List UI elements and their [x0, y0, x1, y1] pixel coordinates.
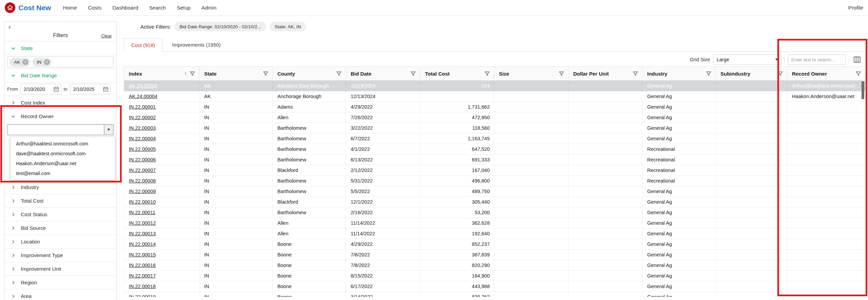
index-link[interactable]: AK.24.00003 [129, 83, 157, 89]
column-header-subindustry[interactable]: Subindustry [716, 67, 787, 80]
column-chooser-icon[interactable] [853, 56, 861, 63]
table-row[interactable]: IN.22.00004 IN Bartholomew 6/7/2022 1,16… [124, 133, 865, 144]
index-link[interactable]: IN.22.00012 [129, 220, 156, 226]
index-link[interactable]: IN.22.00005 [129, 146, 156, 152]
record-owner-input[interactable] [8, 125, 104, 135]
filter-section-area[interactable]: Area [4, 289, 117, 300]
table-row[interactable]: IN.22.00007 IN Blackford 2/12/2022 167,0… [124, 165, 865, 176]
filter-funnel-icon[interactable] [485, 71, 490, 76]
index-link[interactable]: AK.24.00004 [129, 94, 157, 99]
nav-item-admin[interactable]: Admin [201, 5, 216, 11]
index-link[interactable]: IN.22.00010 [129, 199, 156, 205]
column-header-record-owner[interactable]: Record Owner [787, 67, 865, 80]
filter-section-cost-status[interactable]: Cost Status [4, 207, 117, 221]
nav-item-dashboard[interactable]: Dashboard [112, 5, 138, 11]
index-link[interactable]: IN.22.00017 [129, 273, 156, 279]
column-header-total-cost[interactable]: Total Cost [420, 67, 494, 80]
filter-funnel-icon[interactable] [190, 71, 195, 76]
column-header-bid-date[interactable]: Bid Date [346, 67, 420, 80]
index-link[interactable]: IN.22.00002 [129, 115, 156, 120]
filter-section-total-cost[interactable]: Total Cost [4, 194, 117, 207]
table-row[interactable]: IN.22.00013 IN Allen 11/14/2022 192,640 … [124, 228, 865, 239]
vertical-scrollbar-thumb[interactable] [862, 81, 864, 99]
filter-section-cost-index[interactable]: Cost Index [4, 96, 117, 109]
index-link[interactable]: IN.22.00018 [129, 284, 156, 289]
table-row[interactable]: IN.22.00019 IN Boone 3/14/2022 839,762 G… [124, 292, 865, 297]
table-row[interactable]: IN.22.00006 IN Bartholomew 6/13/2022 691… [124, 155, 865, 165]
index-link[interactable]: IN.22.00013 [129, 231, 156, 236]
nav-item-home[interactable]: Home [63, 5, 77, 11]
filter-funnel-icon[interactable] [856, 71, 861, 76]
tab-improvements[interactable]: Improvements (1950) [163, 38, 230, 51]
table-row[interactable]: IN.22.00014 IN Boone 4/29/2022 852,237 G… [124, 239, 865, 250]
remove-chip-icon[interactable]: × [44, 59, 50, 65]
table-row[interactable]: AK.24.00004 AK Anchorage Borough 12/13/2… [124, 91, 865, 102]
nav-item-setup[interactable]: Setup [177, 5, 191, 11]
column-header-size[interactable]: Size [494, 67, 568, 80]
date-to-field[interactable]: 2/10/2025 [70, 84, 111, 94]
table-row[interactable]: IN.22.00015 IN Boone 7/8/2022 387,839 Ge… [124, 250, 865, 260]
table-row[interactable]: IN.22.00001 IN Adams 4/29/2022 1,731,662… [124, 102, 865, 112]
filter-funnel-icon[interactable] [263, 71, 268, 76]
index-link[interactable]: IN.22.00015 [129, 252, 156, 257]
filter-section-improvement-unit[interactable]: Improvement Unit [4, 262, 117, 275]
filter-section-state[interactable]: State [4, 41, 117, 55]
index-link[interactable]: IN.22.00009 [129, 189, 156, 194]
table-row[interactable]: IN.22.00003 IN Bartholomew 3/22/2022 118… [124, 123, 865, 133]
table-row[interactable]: IN.22.00005 IN Bartholomew 4/1/2022 647,… [124, 144, 865, 155]
grid-size-select[interactable]: Large [713, 54, 781, 65]
app-title[interactable]: Cost New [18, 4, 51, 12]
filter-section-record-owner[interactable]: Record Owner [4, 109, 117, 123]
filter-funnel-icon[interactable] [633, 71, 638, 76]
table-row[interactable]: AK.24.00003 AK Aleutians East Borough 12… [124, 81, 865, 91]
state-chip-box[interactable]: AK × IN × [7, 57, 113, 67]
combobox-dropdown-button[interactable] [104, 125, 113, 135]
column-header-index[interactable]: Index ↑ [124, 67, 199, 80]
sort-asc-icon[interactable]: ↑ [184, 71, 187, 76]
filter-section-improvement-type[interactable]: Improvement Type [4, 248, 117, 262]
index-link[interactable]: IN.22.00014 [129, 241, 156, 247]
column-header-dollar-per-unit[interactable]: Dollar Per Unit [568, 67, 642, 80]
table-row[interactable]: IN.22.00018 IN Boone 6/17/2022 443,988 G… [124, 281, 865, 292]
column-header-state[interactable]: State [199, 67, 273, 80]
nav-item-costs[interactable]: Costs [88, 5, 102, 11]
index-link[interactable]: IN.22.00004 [129, 136, 156, 141]
dropdown-option[interactable]: Haakon.Anderson@uaar.net [11, 158, 115, 168]
calendar-icon[interactable] [101, 86, 110, 92]
column-header-county[interactable]: County [273, 67, 346, 80]
index-link[interactable]: IN.22.00001 [129, 104, 156, 110]
table-row[interactable]: IN.22.00010 IN Blackford 12/1/2022 305,4… [124, 197, 865, 207]
tab-cost[interactable]: Cost (918) [124, 38, 163, 52]
table-row[interactable]: IN.22.00016 IN Boone 7/8/2022 820,290 Ge… [124, 260, 865, 271]
index-link[interactable]: IN.22.00016 [129, 263, 156, 268]
index-link[interactable]: IN.22.00006 [129, 157, 156, 162]
dropdown-option[interactable]: Arthur@haaktest.onmicrosoft.com [11, 139, 115, 148]
grid-search-input[interactable] [788, 54, 846, 65]
index-link[interactable]: IN.22.00007 [129, 168, 156, 173]
table-row[interactable]: IN.22.00002 IN Allen 7/26/2022 472,950 G… [124, 112, 865, 123]
index-link[interactable]: IN.22.00019 [129, 294, 156, 297]
filter-funnel-icon[interactable] [559, 71, 564, 76]
dropdown-option[interactable]: dave@haaktest.onmicrosoft.com [11, 148, 115, 158]
filter-funnel-icon[interactable] [706, 71, 711, 76]
filter-funnel-icon[interactable] [411, 71, 416, 76]
filter-funnel-icon[interactable] [336, 71, 341, 76]
home-logo-icon[interactable] [5, 2, 15, 13]
nav-item-search[interactable]: Search [149, 5, 166, 11]
dropdown-option[interactable]: test@email.com [11, 168, 115, 178]
table-row[interactable]: IN.22.00009 IN Bartholomew 5/5/2022 489,… [124, 186, 865, 197]
table-row[interactable]: IN.22.00008 IN Bartholomew 5/31/2022 496… [124, 176, 865, 186]
column-header-industry[interactable]: Industry [642, 67, 716, 80]
filter-funnel-icon[interactable] [778, 71, 783, 76]
index-link[interactable]: IN.22.00011 [129, 210, 155, 215]
table-row[interactable]: IN.22.00017 IN Boone 8/15/2022 164,900 G… [124, 271, 865, 281]
index-link[interactable]: IN.22.00003 [129, 125, 156, 131]
filter-section-region[interactable]: Region [4, 275, 117, 289]
filter-section-bid-source[interactable]: Bid Source [4, 221, 117, 235]
filter-section-industry[interactable]: Industry [4, 180, 117, 194]
clear-filters-link[interactable]: Clear [101, 33, 112, 38]
table-row[interactable]: IN.22.00011 IN Bartholomew 2/16/2022 53,… [124, 207, 865, 218]
profile-link[interactable]: Profile [848, 5, 863, 11]
table-row[interactable]: IN.22.00012 IN Allen 11/14/2022 362,628 … [124, 218, 865, 228]
date-from-field[interactable]: 2/10/2020 [20, 84, 61, 94]
